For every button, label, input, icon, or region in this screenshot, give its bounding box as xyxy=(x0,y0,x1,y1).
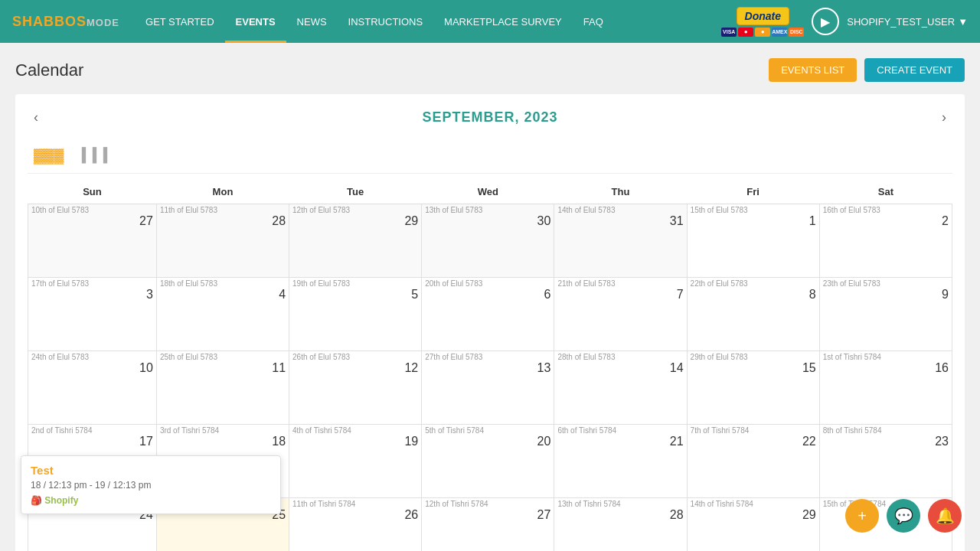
amex-icon: AMEX xyxy=(772,28,787,37)
calendar-day[interactable]: 17th of Elul 57833 xyxy=(28,278,157,351)
calendar-day[interactable]: 4th of Tishri 578419 xyxy=(289,425,422,498)
nav-get-started[interactable]: GET STARTED xyxy=(135,0,225,43)
day-number-label: 14 xyxy=(670,361,684,375)
nav-faq[interactable]: FAQ xyxy=(573,0,614,43)
calendar-day[interactable]: 10th of Elul 578327 xyxy=(28,204,157,278)
calendar-day[interactable]: 23th of Elul 57839 xyxy=(819,278,952,351)
hebrew-date-label: 26th of Elul 5783 xyxy=(292,353,418,361)
calendar-day[interactable]: 11th of Elul 578328 xyxy=(156,204,289,278)
calendar-day[interactable]: 20th of Elul 57836 xyxy=(422,278,554,351)
fab-chat-button[interactable]: 💬 xyxy=(887,499,920,533)
day-number-label: 17 xyxy=(139,435,153,448)
calendar-day[interactable]: 18th of Elul 57834 xyxy=(156,278,289,351)
chevron-down-icon: ▼ xyxy=(958,16,968,28)
day-number-label: 11 xyxy=(272,361,286,375)
hebrew-date-label: 22th of Elul 5783 xyxy=(691,279,816,288)
col-wed: Wed xyxy=(422,180,554,204)
hebrew-date-label: 11th of Tishri 5784 xyxy=(292,500,418,508)
day-number-label: 19 xyxy=(404,435,418,448)
fab-notify-button[interactable]: 🔔 xyxy=(928,499,962,533)
hebrew-date-label: 24th of Elul 5783 xyxy=(31,353,153,361)
user-menu[interactable]: SHOPIFY_TEST_USER ▼ xyxy=(847,16,968,28)
calendar-day[interactable]: 21th of Elul 57837 xyxy=(554,278,687,351)
day-number-label: 23 xyxy=(935,435,949,448)
grid-view-button[interactable]: ▓▓▓ xyxy=(28,144,70,167)
hebrew-date-label: 3rd of Tishri 5784 xyxy=(160,426,286,435)
day-number-label: 1 xyxy=(809,214,816,228)
calendar-day[interactable]: 7th of Tishri 578422 xyxy=(687,425,819,498)
calendar-day[interactable]: 6th of Tishri 578421 xyxy=(554,425,687,498)
calendar-day[interactable]: 8th of Tishri 578423 xyxy=(819,425,952,498)
nav-marketplace-survey[interactable]: MARKETPLACE SURVEY xyxy=(433,0,573,43)
calendar-day[interactable]: 16th of Elul 57832 xyxy=(819,204,952,278)
calendar-day[interactable]: 27th of Elul 578313 xyxy=(422,351,554,425)
main-nav: GET STARTED EVENTS NEWS INSTRUCTIONS MAR… xyxy=(135,0,721,43)
events-list-button[interactable]: EVENTS LIST xyxy=(769,58,857,82)
site-logo: SHABBOSMODE xyxy=(12,14,119,30)
hebrew-date-label: 19th of Elul 5783 xyxy=(292,279,418,288)
calendar-day[interactable]: 19th of Elul 57835 xyxy=(289,278,422,351)
play-button[interactable]: ▶ xyxy=(812,8,839,35)
calendar-week-row: 10th of Elul 57832711th of Elul 57832812… xyxy=(28,204,952,278)
calendar-day[interactable]: 5th of Tishri 578420 xyxy=(422,425,554,498)
hebrew-date-label: 28th of Elul 5783 xyxy=(557,353,683,361)
calendar-day[interactable]: 15th of Elul 57831 xyxy=(687,204,819,278)
day-number-label: 26 xyxy=(404,508,418,522)
day-number-label: 16 xyxy=(935,361,949,375)
calendar-day[interactable]: 13th of Tishri 578428 xyxy=(554,498,687,552)
prev-month-button[interactable]: ‹ xyxy=(28,106,44,129)
day-number-label: 8 xyxy=(809,288,816,302)
calendar-nav: ‹ SEPTEMBER, 2023 › xyxy=(28,106,952,129)
discover-icon: DISC xyxy=(789,28,804,37)
next-month-button[interactable]: › xyxy=(936,106,952,129)
hebrew-date-label: 14th of Elul 5783 xyxy=(557,206,683,214)
day-number-label: 6 xyxy=(544,288,551,302)
list-view-button[interactable]: ▍▍▍ xyxy=(76,144,120,167)
calendar-day[interactable]: 12th of Elul 578329 xyxy=(289,204,422,278)
calendar-day[interactable]: 26th of Elul 578312 xyxy=(289,351,422,425)
shopify-badge: 🎒 Shopify xyxy=(31,495,271,506)
calendar-day[interactable]: 14th of Tishri 578429 xyxy=(687,498,819,552)
hebrew-date-label: 25th of Elul 5783 xyxy=(160,353,286,361)
hebrew-date-label: 12th of Tishri 5784 xyxy=(425,500,550,508)
col-sat: Sat xyxy=(819,180,952,204)
calendar-week-row: 2nd of Tishri 578417Test18 / 12:13 pm - … xyxy=(28,425,952,498)
hebrew-date-label: 1st of Tishri 5784 xyxy=(823,353,949,361)
calendar-day[interactable]: 2nd of Tishri 578417Test18 / 12:13 pm - … xyxy=(28,425,157,498)
nav-events[interactable]: EVENTS xyxy=(225,0,286,43)
day-number-label: 3 xyxy=(146,288,153,302)
day-number-label: 31 xyxy=(670,214,684,228)
donate-button[interactable]: Donate xyxy=(737,7,789,25)
calendar-week-row: 17th of Elul 5783318th of Elul 5783419th… xyxy=(28,278,952,351)
calendar-day[interactable]: 13th of Elul 578330 xyxy=(422,204,554,278)
calendar-day[interactable]: 24th of Elul 578310 xyxy=(28,351,157,425)
hebrew-date-label: 5th of Tishri 5784 xyxy=(425,426,550,435)
day-number-label: 27 xyxy=(537,508,551,522)
nav-news[interactable]: NEWS xyxy=(286,0,338,43)
calendar-day[interactable]: 25th of Elul 578311 xyxy=(156,351,289,425)
hebrew-date-label: 13th of Elul 5783 xyxy=(425,206,550,214)
col-tue: Tue xyxy=(289,180,422,204)
day-number-label: 29 xyxy=(404,214,418,228)
hebrew-date-label: 18th of Elul 5783 xyxy=(160,279,286,288)
fab-add-button[interactable]: + xyxy=(845,499,879,533)
calendar-day[interactable]: 28th of Elul 578314 xyxy=(554,351,687,425)
calendar-day[interactable]: 11th of Tishri 578426 xyxy=(289,498,422,552)
calendar-day[interactable]: 14th of Elul 578331 xyxy=(554,204,687,278)
create-event-button[interactable]: CREATE EVENT xyxy=(864,58,965,82)
day-number-label: 22 xyxy=(802,435,816,448)
nav-instructions[interactable]: INSTRUCTIONS xyxy=(338,0,434,43)
calendar-day[interactable]: 22th of Elul 57838 xyxy=(687,278,819,351)
view-toggles: ▓▓▓ ▍▍▍ xyxy=(28,138,952,174)
calendar-day[interactable]: 29th of Elul 578315 xyxy=(687,351,819,425)
header: SHABBOSMODE GET STARTED EVENTS NEWS INST… xyxy=(0,0,980,43)
calendar-day[interactable]: 12th of Tishri 578427 xyxy=(422,498,554,552)
fab-group: + 💬 🔔 xyxy=(845,499,962,533)
calendar-day[interactable]: 1st of Tishri 578416 xyxy=(819,351,952,425)
hebrew-date-label: 12th of Elul 5783 xyxy=(292,206,418,214)
day-number-label: 27 xyxy=(139,214,153,228)
day-number-label: 15 xyxy=(802,361,816,375)
page-actions: EVENTS LIST CREATE EVENT xyxy=(769,58,965,82)
username-label: SHOPIFY_TEST_USER xyxy=(847,16,955,28)
mc-icon: ● xyxy=(738,28,753,37)
